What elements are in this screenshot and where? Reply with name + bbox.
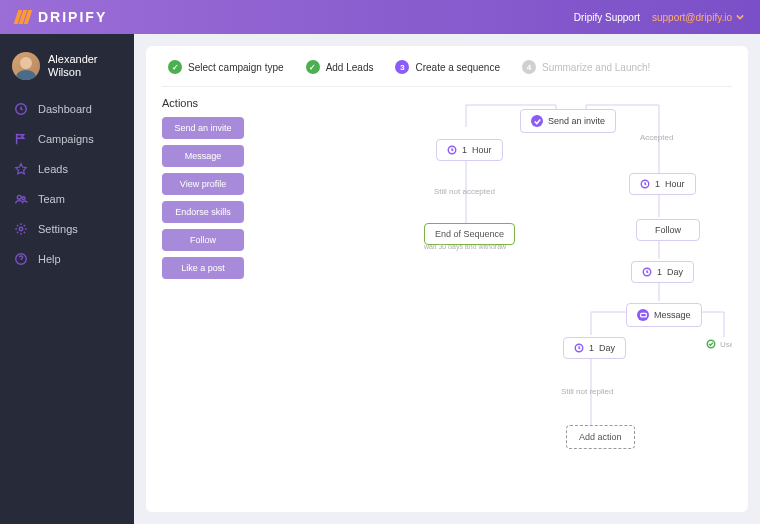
sidebar-item-help[interactable]: Help bbox=[0, 244, 134, 274]
delay-unit: Day bbox=[667, 267, 683, 277]
delay-unit: Hour bbox=[472, 145, 492, 155]
user-name: Alexander Wilson bbox=[48, 53, 98, 79]
node-label: End of Sequence bbox=[435, 229, 504, 239]
stepper: ✓Select campaign type ✓Add Leads 3Create… bbox=[162, 60, 732, 87]
node-delay-right-1h[interactable]: 1 Hour bbox=[629, 173, 696, 195]
user-last-name: Wilson bbox=[48, 66, 98, 79]
invite-icon bbox=[531, 115, 543, 127]
help-icon bbox=[14, 252, 28, 266]
content: Actions Send an invite Message View prof… bbox=[162, 87, 732, 498]
check-icon bbox=[706, 339, 716, 349]
step-label: Summarize and Launch! bbox=[542, 62, 650, 73]
svg-point-2 bbox=[22, 197, 25, 200]
label-end-note: wait 30 days and withdraw bbox=[424, 243, 506, 250]
node-delay-left[interactable]: 1 Hour bbox=[436, 139, 503, 161]
delay-value: 1 bbox=[589, 343, 594, 353]
actions-panel: Actions Send an invite Message View prof… bbox=[162, 97, 254, 498]
action-view-profile[interactable]: View profile bbox=[162, 173, 244, 195]
node-send-invite[interactable]: Send an invite bbox=[520, 109, 616, 133]
step-label: Select campaign type bbox=[188, 62, 284, 73]
team-icon bbox=[14, 192, 28, 206]
action-like-post[interactable]: Like a post bbox=[162, 257, 244, 279]
step-number: 3 bbox=[395, 60, 409, 74]
flag-icon bbox=[14, 132, 28, 146]
support-email-text: support@dripify.io bbox=[652, 12, 732, 23]
step-label: Create a sequence bbox=[415, 62, 500, 73]
sidebar-item-label: Dashboard bbox=[38, 103, 92, 115]
node-add-action[interactable]: Add action bbox=[566, 425, 635, 449]
check-icon: ✓ bbox=[168, 60, 182, 74]
label-accepted: Accepted bbox=[640, 133, 673, 142]
avatar bbox=[12, 52, 40, 80]
support-email-link[interactable]: support@dripify.io bbox=[652, 12, 744, 23]
logo-mark-icon bbox=[16, 10, 30, 24]
delay-value: 1 bbox=[655, 179, 660, 189]
check-icon: ✓ bbox=[306, 60, 320, 74]
header: DRIPIFY Dripify Support support@dripify.… bbox=[0, 0, 760, 34]
message-icon bbox=[637, 309, 649, 321]
step-add-leads[interactable]: ✓Add Leads bbox=[306, 60, 374, 74]
step-summarize-launch: 4Summarize and Launch! bbox=[522, 60, 650, 74]
node-message[interactable]: Message bbox=[626, 303, 702, 327]
clock-icon bbox=[640, 179, 650, 189]
delay-unit: Day bbox=[599, 343, 615, 353]
node-delay-1d-b[interactable]: 1 Day bbox=[563, 337, 626, 359]
step-label: Add Leads bbox=[326, 62, 374, 73]
sidebar-item-settings[interactable]: Settings bbox=[0, 214, 134, 244]
clock-icon bbox=[574, 343, 584, 353]
label-text: User Replied bbox=[720, 340, 732, 349]
label-still-not-replied: Still not replied bbox=[561, 387, 613, 396]
sidebar-item-label: Help bbox=[38, 253, 61, 265]
star-icon bbox=[14, 162, 28, 176]
clock-icon bbox=[14, 102, 28, 116]
node-label: Send an invite bbox=[548, 116, 605, 126]
node-label: Follow bbox=[655, 225, 681, 235]
header-right: Dripify Support support@dripify.io bbox=[574, 12, 744, 23]
action-message[interactable]: Message bbox=[162, 145, 244, 167]
gear-icon bbox=[14, 222, 28, 236]
logo: DRIPIFY bbox=[16, 9, 107, 25]
step-number: 4 bbox=[522, 60, 536, 74]
brand-text: DRIPIFY bbox=[38, 9, 107, 25]
nav: Dashboard Campaigns Leads Team Settings … bbox=[0, 94, 134, 274]
svg-rect-14 bbox=[640, 313, 646, 317]
node-label: Add action bbox=[579, 432, 622, 442]
node-label: Message bbox=[654, 310, 691, 320]
sidebar-item-leads[interactable]: Leads bbox=[0, 154, 134, 184]
user-first-name: Alexander bbox=[48, 53, 98, 66]
sidebar-item-team[interactable]: Team bbox=[0, 184, 134, 214]
sidebar-item-label: Leads bbox=[38, 163, 68, 175]
svg-point-1 bbox=[17, 195, 21, 199]
node-delay-1d-a[interactable]: 1 Day bbox=[631, 261, 694, 283]
delay-value: 1 bbox=[462, 145, 467, 155]
sidebar: Alexander Wilson Dashboard Campaigns Lea… bbox=[0, 34, 134, 524]
step-select-campaign[interactable]: ✓Select campaign type bbox=[168, 60, 284, 74]
delay-unit: Hour bbox=[665, 179, 685, 189]
label-user-replied: User Replied bbox=[706, 339, 732, 349]
step-create-sequence[interactable]: 3Create a sequence bbox=[395, 60, 500, 74]
clock-icon bbox=[447, 145, 457, 155]
sequence-canvas: Send an invite 1 Hour Still not accepted… bbox=[266, 97, 732, 498]
node-end-sequence[interactable]: End of Sequence bbox=[424, 223, 515, 245]
action-endorse-skills[interactable]: Endorse skills bbox=[162, 201, 244, 223]
panel: ✓Select campaign type ✓Add Leads 3Create… bbox=[146, 46, 748, 512]
sidebar-item-label: Team bbox=[38, 193, 65, 205]
sidebar-item-label: Settings bbox=[38, 223, 78, 235]
action-send-invite[interactable]: Send an invite bbox=[162, 117, 244, 139]
user-block[interactable]: Alexander Wilson bbox=[0, 46, 134, 94]
support-link[interactable]: Dripify Support bbox=[574, 12, 640, 23]
clock-icon bbox=[642, 267, 652, 277]
delay-value: 1 bbox=[657, 267, 662, 277]
chevron-down-icon bbox=[736, 13, 744, 21]
actions-title: Actions bbox=[162, 97, 254, 109]
label-still-not-accepted: Still not accepted bbox=[434, 187, 495, 196]
sidebar-item-campaigns[interactable]: Campaigns bbox=[0, 124, 134, 154]
node-follow[interactable]: Follow bbox=[636, 219, 700, 241]
sidebar-item-label: Campaigns bbox=[38, 133, 94, 145]
sidebar-item-dashboard[interactable]: Dashboard bbox=[0, 94, 134, 124]
svg-point-3 bbox=[19, 227, 23, 231]
main: ✓Select campaign type ✓Add Leads 3Create… bbox=[134, 34, 760, 524]
action-follow[interactable]: Follow bbox=[162, 229, 244, 251]
